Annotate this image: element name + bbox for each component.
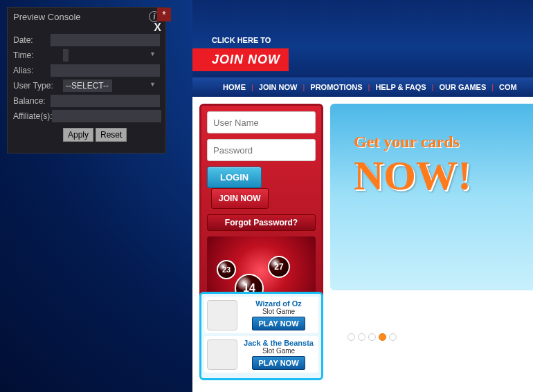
alias-input[interactable] [51,64,160,77]
login-box: LOGIN JOIN NOW Forgot Password? 23 27 14 [199,104,323,313]
game-thumb [207,300,237,330]
games-box: Wizard of Oz Slot Game PLAY NOW Jack & t… [199,292,323,380]
nav-more[interactable]: COM [494,83,523,91]
game-subtitle: Slot Game [242,347,316,355]
carousel-dot[interactable] [389,333,397,341]
game-row: Jack & the Beansta Slot Game PLAY NOW [204,336,318,373]
carousel-dot[interactable] [358,333,365,341]
game-title: Wizard of Oz [242,299,316,308]
alias-label: Alias: [13,66,51,75]
nav-join-now[interactable]: JOIN NOW [253,83,303,91]
usertype-select[interactable]: --SELECT-- [63,80,112,92]
nav-home[interactable]: HOME [217,83,251,91]
nav-our-games[interactable]: OUR GAMES [433,83,491,91]
main-nav: HOME| JOIN NOW| PROMOTIONS| HELP & FAQS|… [192,77,533,97]
date-input[interactable] [51,34,160,46]
play-now-button[interactable]: PLAY NOW [252,356,305,370]
hero-line2: NOW! [354,152,471,200]
carousel-dot[interactable] [368,333,376,341]
preview-console: Preview Console i * X Date: Time: Alias:… [7,7,166,153]
click-here-text: CLICK HERE TO [212,36,271,44]
star-badge[interactable]: * [157,8,171,21]
game-title: Jack & the Beansta [242,339,316,347]
balance-label: Balance: [13,96,51,106]
close-icon[interactable]: X [154,21,161,34]
date-label: Date: [13,35,51,45]
join-now-top-button[interactable]: JOIN NOW [192,48,289,71]
affiliates-label: Affiliate(s): [13,111,52,121]
site-content: LOGIN JOIN NOW Forgot Password? 23 27 14… [192,97,533,392]
reset-button[interactable]: Reset [96,128,127,142]
time-select[interactable] [63,49,69,62]
console-body: Date: Time: Alias: User Type: --SELECT-- [8,26,165,153]
forgot-password-link[interactable]: Forgot Password? [207,214,316,231]
site-header: CLICK HERE TO JOIN NOW 7 Mirr BINGO [192,0,533,77]
nav-promotions[interactable]: PROMOTIONS [305,83,368,91]
game-subtitle: Slot Game [242,308,316,315]
bingo-ball-icon: 23 [217,260,236,279]
bingo-ball-icon: 27 [268,256,290,278]
password-input[interactable] [207,139,316,161]
nav-help-faqs[interactable]: HELP & FAQS [370,83,431,91]
join-now-button[interactable]: JOIN NOW [211,188,269,209]
username-input[interactable] [207,111,316,133]
console-titlebar: Preview Console i * X [8,8,165,26]
carousel-dot[interactable] [347,333,355,341]
usertype-label: User Type: [13,81,63,91]
play-now-button[interactable]: PLAY NOW [252,317,305,330]
carousel-dots [347,333,397,341]
game-thumb [207,339,237,370]
hero-line1: Get your cards [354,133,460,151]
game-row: Wizard of Oz Slot Game PLAY NOW [204,297,318,333]
website-preview: CLICK HERE TO JOIN NOW 7 Mirr BINGO HOME… [192,0,533,392]
carousel-dot-active[interactable] [379,333,386,341]
affiliates-input[interactable] [52,110,161,122]
time-label: Time: [13,50,63,60]
hero-banner: Get your cards NOW! P [330,104,533,290]
login-button[interactable]: LOGIN [207,167,262,188]
balance-input[interactable] [51,95,160,107]
console-title: Preview Console [13,12,149,22]
apply-button[interactable]: Apply [63,128,93,142]
